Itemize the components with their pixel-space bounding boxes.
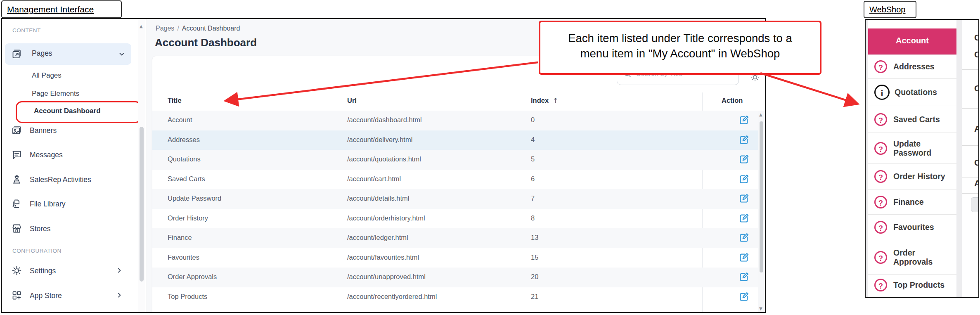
webshop-window-label: WebShop [864,1,916,18]
question-circle-icon: ? [874,170,887,183]
breadcrumb-parent[interactable]: Pages [156,25,174,32]
sidebar-item-salesrep-activities[interactable]: SalesRep Activities [2,172,138,189]
menu-item-update-password[interactable]: ? Update Password [868,133,956,163]
pages-icon [11,48,22,59]
table-row[interactable]: Quotations /account/quotations.html 5 [152,150,758,170]
edit-icon [739,173,750,185]
scroll-down-icon[interactable]: ▼ [759,306,762,311]
table-body: Account /account/dashboard.html 0 Addres… [152,111,758,307]
question-circle-icon: ? [874,196,887,208]
table-row[interactable]: Order Approvals /account/unapproved.html… [152,268,758,287]
edit-icon [739,114,750,126]
edit-icon [739,232,750,243]
sidebar-item-messages[interactable]: Messages [2,147,138,164]
clipped-button [971,197,978,212]
edit-button[interactable] [739,154,750,165]
app-store-icon [11,290,22,301]
chevron-right-icon [116,292,123,298]
sidebar-scrollbar[interactable]: ▲ [138,19,145,312]
question-circle-icon: ? [874,113,887,126]
menu-item-finance[interactable]: ? Finance [868,189,956,214]
column-header-url[interactable]: Url [347,97,357,104]
table-row[interactable]: Update Password /account/details.html 7 [152,189,758,209]
column-header-title[interactable]: Title [168,97,182,104]
clipped-text-fragment: C [974,83,978,93]
edit-icon [739,291,750,302]
sort-ascending-icon: ↑ [549,97,558,104]
breadcrumb-separator: / [174,25,182,32]
edit-button[interactable] [739,252,750,263]
my-account-menu: Account ? Addresses i Quotations ? Saved… [868,20,956,297]
menu-item-addresses[interactable]: ? Addresses [868,54,956,78]
menu-item-order-approvals[interactable]: ? Order Approvals [868,240,956,274]
account-dashboard-highlight-box[interactable]: Account Dashboard [16,101,142,123]
question-circle-icon: ? [874,142,887,155]
sidebar: CONTENT Pages All Pages Page Elements Ac… [2,19,147,312]
column-header-action: Action [722,97,743,104]
table-row[interactable]: Account /account/dashboard.html 0 [152,111,758,130]
sidebar-subitem-all-pages[interactable]: All Pages [32,71,62,80]
column-header-index[interactable]: Index↑ [531,97,559,104]
clipped-text-fragment: C [974,158,978,168]
question-circle-icon: ? [874,60,887,73]
table-scrollbar-thumb[interactable] [760,121,763,272]
sidebar-item-file-library[interactable]: File Library [2,197,138,213]
edit-button[interactable] [739,114,750,126]
menu-item-favourites[interactable]: ? Favourites [868,214,956,240]
edit-icon [739,134,750,145]
breadcrumb-current: Account Dashboard [182,25,240,32]
edit-button[interactable] [739,213,750,224]
edit-icon [739,154,750,165]
edit-button[interactable] [739,193,750,204]
sidebar-item-pages[interactable]: Pages [5,43,131,65]
file-library-icon [11,198,22,209]
question-circle-icon: ? [874,221,887,234]
edit-button[interactable] [739,134,750,145]
stores-icon [11,223,22,234]
menu-item-top-products[interactable]: ? Top Products [868,274,956,296]
scroll-up-icon[interactable]: ▲ [140,24,143,28]
table-row[interactable]: Favourites /account/favourites.html 15 [152,248,758,268]
scroll-up-icon[interactable]: ▲ [759,112,762,117]
edit-button[interactable] [739,291,750,302]
edit-button[interactable] [739,173,750,185]
table-header: Title Url Index↑ Action [152,92,758,111]
edit-icon [739,252,750,263]
webshop-panel: Account ? Addresses i Quotations ? Saved… [865,19,979,298]
info-circle-icon: i [874,85,890,100]
sidebar-item-banners[interactable]: Banners [2,123,138,140]
table-row[interactable]: Finance /account/ledger.html 13 [152,228,758,248]
breadcrumb: Pages/Account Dashboard [156,25,240,32]
table-row[interactable]: Top Products /account/recentlyordered.ht… [152,287,758,307]
edit-button[interactable] [739,232,750,243]
sidebar-item-stores[interactable]: Stores [2,221,138,238]
table-scrollbar[interactable]: ▲ ▼ [758,111,765,313]
chevron-down-icon [118,51,125,57]
sidebar-item-app-store[interactable]: App Store [2,288,138,305]
sidebar-subitem-account-dashboard[interactable]: Account Dashboard [34,107,101,115]
question-circle-icon: ? [874,279,887,291]
table-row[interactable]: Order History /account/orderhistory.html… [152,209,758,229]
question-circle-icon: ? [874,251,887,264]
clipped-text-fragment: A [974,178,978,188]
menu-item-account-active[interactable]: Account [868,28,956,54]
menu-item-order-history[interactable]: ? Order History [868,163,956,189]
screenshot-stage: CONTENT Pages All Pages Page Elements Ac… [0,0,980,315]
banners-icon [11,125,22,136]
sidebar-section-content: CONTENT [12,27,41,33]
clipped-text-fragment: C [974,33,978,43]
sidebar-item-settings[interactable]: Settings [2,263,138,280]
webshop-content-clipped-strip: C C C A C A [962,20,978,297]
edit-button[interactable] [739,271,750,282]
salesrep-icon [11,174,22,185]
page-title: Account Dashboard [155,36,257,49]
annotation-text-line1: Each item listed under Title corresponds… [540,31,820,46]
sidebar-scrollbar-thumb[interactable] [140,127,144,282]
edit-icon [739,213,750,224]
sidebar-subitem-page-elements[interactable]: Page Elements [32,90,79,98]
table-row-highlighted[interactable]: Addresses /account/delivery.html 4 [152,130,758,150]
menu-item-quotations[interactable]: i Quotations [868,78,956,106]
table-row[interactable]: Saved Carts /account/cart.html 6 [152,170,758,189]
annotation-text-line2: menu item in "My Account" in WebShop [540,46,820,61]
menu-item-saved-carts[interactable]: ? Saved Carts [868,106,956,133]
